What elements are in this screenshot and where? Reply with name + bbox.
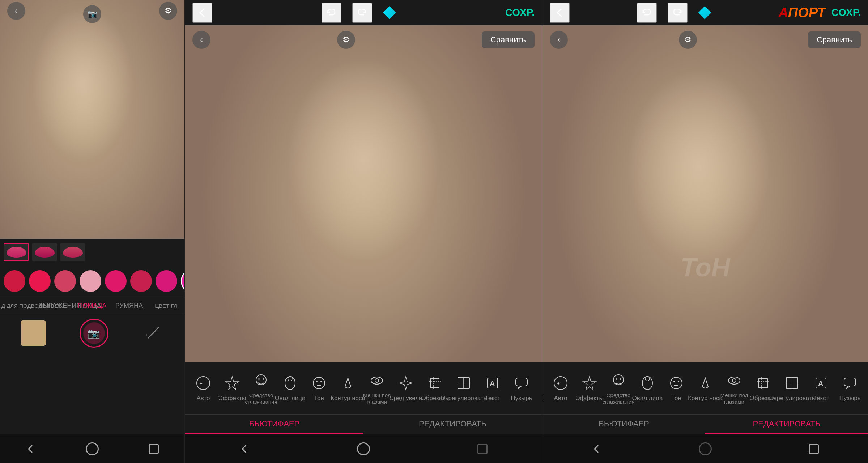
svg-text:+: + xyxy=(146,333,148,337)
nav-back-icon-mid xyxy=(239,443,250,455)
tab-beautify-mid[interactable]: БЬЮТИФАЕР xyxy=(185,415,363,434)
photo-area-right: ‹ ⚙ Сравнить ToH xyxy=(542,25,868,362)
tab-eyeliner[interactable]: Д ДЛЯ ПОДВОДКИ ВЕК xyxy=(0,301,37,311)
thumbnail-preview[interactable] xyxy=(21,320,46,346)
tool-nose-right[interactable]: Контур носа xyxy=(691,374,720,402)
settings-button-left[interactable]: ⚙ xyxy=(159,2,177,20)
nav-recent-icon-mid xyxy=(477,444,488,454)
lip-style-2[interactable] xyxy=(32,243,57,261)
tool-auto-label-right: Авто xyxy=(554,395,567,402)
tool-nose-label-right: Контур носа xyxy=(688,395,723,402)
tool-tone-mid[interactable]: Тон xyxy=(305,374,333,402)
nav-back-right[interactable] xyxy=(586,438,608,460)
compare-button-right[interactable]: Сравнить xyxy=(808,31,861,48)
color-swatch-2[interactable] xyxy=(29,270,51,292)
nav-recent-left[interactable] xyxy=(143,438,165,460)
nav-home-right[interactable] xyxy=(694,438,716,460)
tab-expressions[interactable]: ВЫРАЖЕНИЯ ЛИЦА xyxy=(37,300,74,312)
tool-smoothing-mid[interactable]: Средствосглаживания xyxy=(247,371,276,405)
tool-tone-icon-right xyxy=(667,374,686,392)
undo-button-right[interactable] xyxy=(637,3,657,23)
tool-enlarge-label: Сред увели xyxy=(389,395,422,402)
tab-beautify-right[interactable]: БЬЮТИФАЕР xyxy=(542,415,705,434)
tool-effects-mid[interactable]: Эффекты xyxy=(218,374,247,402)
back-inner-button-right[interactable]: ‹ xyxy=(550,31,568,49)
compare-button-mid[interactable]: Сравнить xyxy=(482,31,535,48)
back-button-mid[interactable] xyxy=(192,3,212,23)
redo-icon-mid xyxy=(356,7,368,18)
lip-style-3[interactable] xyxy=(60,243,85,261)
settings-inner-button-right[interactable]: ⚙ xyxy=(679,31,697,49)
color-swatch-3[interactable] xyxy=(54,270,76,292)
lip-style-1[interactable] xyxy=(4,243,29,261)
tool-text-right[interactable]: A Текст xyxy=(807,374,835,402)
undo-icon-mid xyxy=(326,7,337,18)
nav-back-left[interactable] xyxy=(20,438,42,460)
undo-button-mid[interactable] xyxy=(322,3,341,23)
save-button-mid[interactable]: СОХР. xyxy=(505,7,535,18)
svg-point-38 xyxy=(673,381,675,382)
tool-face-oval-right[interactable]: Овал лица xyxy=(633,374,662,402)
tool-adjust-right[interactable]: Отрегулировать xyxy=(778,374,807,402)
tool-face-oval-icon-right xyxy=(638,374,657,392)
tool-tone-right[interactable]: Тон xyxy=(662,374,691,402)
back-inner-button-mid[interactable]: ‹ xyxy=(192,31,210,49)
tool-face-oval-mid[interactable]: Овал лица xyxy=(276,374,305,402)
nav-recent-mid[interactable] xyxy=(472,438,493,460)
aport-logo: АПОРТ xyxy=(778,6,826,20)
tool-auto-right[interactable]: ✦ Авто xyxy=(546,374,575,402)
tool-text-mid[interactable]: A Текст xyxy=(478,374,507,402)
tab-switch-row-right: БЬЮТИФАЕР РЕДАКТИРОВАТЬ xyxy=(542,414,868,434)
magic-wand-button[interactable]: + + xyxy=(142,322,164,344)
tool-eyes-label-right: Мешки подглазами xyxy=(720,392,748,405)
inner-top-bar-right: ‹ ⚙ Сравнить xyxy=(542,25,868,54)
color-swatches-row xyxy=(0,266,184,297)
tool-bubble-mid[interactable]: Пузырь xyxy=(507,374,536,402)
tool-smoothing-right[interactable]: Средствосглаживания xyxy=(604,371,633,405)
undo-icon-right xyxy=(641,7,652,18)
settings-inner-button-mid[interactable]: ⚙ xyxy=(337,31,355,49)
lip-swatch-2 xyxy=(35,247,55,258)
camera-top-button[interactable]: 📷 xyxy=(83,5,101,23)
tab-edit-mid[interactable]: РЕДАКТИРОВАТЬ xyxy=(363,415,542,434)
nav-home-left[interactable] xyxy=(81,438,103,460)
tool-effects-label: Эффекты xyxy=(218,395,246,402)
save-button-right[interactable]: СОХР. xyxy=(831,7,861,18)
redo-button-mid[interactable] xyxy=(352,3,372,23)
color-swatch-1[interactable] xyxy=(4,270,25,292)
color-swatch-4[interactable] xyxy=(80,270,101,292)
nav-home-icon-right xyxy=(699,442,712,455)
tool-adjust-mid[interactable]: Отрегулировать xyxy=(449,374,478,402)
tab-edit-right[interactable]: РЕДАКТИРОВАТЬ xyxy=(705,415,868,434)
watermark-text: ToH xyxy=(680,253,730,282)
nav-back-mid[interactable] xyxy=(234,438,255,460)
tool-bubble-right[interactable]: Пузырь xyxy=(835,374,864,402)
tool-bubble-icon xyxy=(512,374,531,392)
nav-recent-right[interactable] xyxy=(803,438,825,460)
camera-capture-button[interactable]: 📷 xyxy=(80,319,109,348)
tool-auto-mid[interactable]: ✦ Авто xyxy=(189,374,218,402)
tool-enlarge-mid[interactable]: Сред увели xyxy=(391,374,420,402)
android-nav-right xyxy=(542,434,868,463)
tab-blush[interactable]: РУМЯНА xyxy=(111,300,148,312)
svg-point-12 xyxy=(316,381,318,382)
tool-nose-mid[interactable]: Контур носа xyxy=(333,374,362,402)
tool-frame-right[interactable]: Рамка xyxy=(864,374,868,402)
color-swatch-5[interactable] xyxy=(105,270,127,292)
nav-home-mid[interactable] xyxy=(353,438,374,460)
tool-effects-label-right: Эффекты xyxy=(575,395,603,402)
tool-face-oval-label: Овал лица xyxy=(275,395,306,402)
tab-eyecolor[interactable]: ЦВЕТ ГЛ xyxy=(148,301,184,311)
tool-eyes-mid[interactable]: Мешки подглазами xyxy=(362,371,391,405)
color-swatch-6[interactable] xyxy=(130,270,152,292)
back-button-left[interactable]: ‹ xyxy=(7,2,25,20)
color-swatch-7[interactable] xyxy=(156,270,177,292)
tab-lipstick[interactable]: ПОМАДА xyxy=(74,300,111,312)
redo-button-right[interactable] xyxy=(668,3,688,23)
tool-effects-right[interactable]: Эффекты xyxy=(575,374,604,402)
toolbar-center-right xyxy=(637,3,711,23)
lip-styles-row xyxy=(0,239,184,266)
nav-recent-icon-right xyxy=(809,444,819,454)
tool-eyes-right[interactable]: Мешки подглазами xyxy=(720,371,749,405)
back-button-right[interactable] xyxy=(550,3,570,23)
